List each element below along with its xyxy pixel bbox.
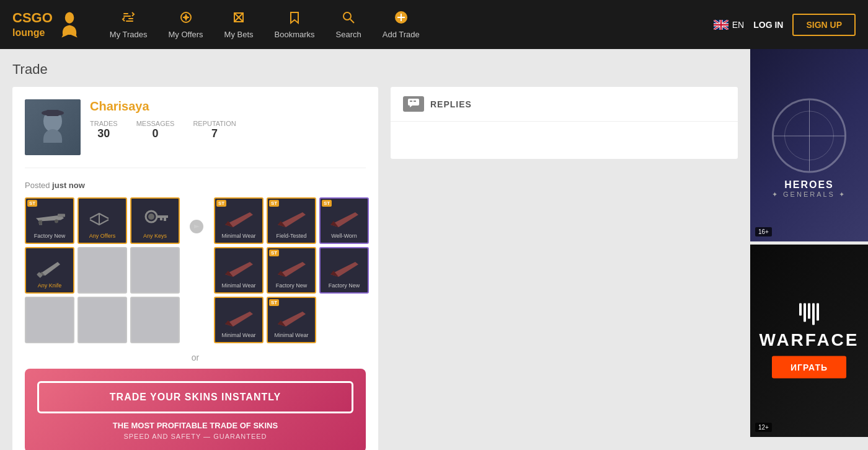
ad-heroes-generals[interactable]: HEROES ✦ GENERALS ✦ 16+ <box>750 49 868 241</box>
wanting-item-3[interactable]: ST Well-Worn <box>319 197 369 244</box>
knife-icon-w5 <box>275 257 309 279</box>
warface-ad-content: WARFACE ИГРАТЬ <box>750 304 868 379</box>
knife-icon-w2 <box>275 207 309 229</box>
st-badge-w2: ST <box>269 200 279 207</box>
wanting-item-8-label: Minimal Wear <box>273 331 310 340</box>
signup-button[interactable]: SIGN UP <box>792 14 856 36</box>
wanting-item-2-label: Field-Tested <box>275 232 308 241</box>
language-label: EN <box>732 20 744 30</box>
giving-row-1: ST <box>25 197 180 244</box>
wanting-item-7[interactable]: Minimal Wear <box>214 297 264 343</box>
nav-my-offers[interactable]: My Offers <box>161 6 210 44</box>
trades-icon <box>122 11 135 27</box>
knife-img-w2 <box>273 205 310 230</box>
nav-items: My Trades My Offers My Bets <box>102 6 714 44</box>
trade-instantly-box: TRADE YOUR SKINS INSTANTLY THE MOST PROF… <box>25 369 366 450</box>
ad-warface[interactable]: WARFACE ИГРАТЬ 12+ <box>750 245 868 437</box>
wanting-item-8[interactable]: ST Minimal Wear <box>267 297 316 343</box>
nav-my-bets-label: My Bets <box>224 30 254 39</box>
wanting-items: ST Minimal Wear <box>214 197 369 343</box>
nav-my-bets[interactable]: My Bets <box>217 6 261 44</box>
nav-my-trades[interactable]: My Trades <box>102 6 155 44</box>
user-avatar[interactable] <box>25 99 81 155</box>
wanting-item-2[interactable]: ST Field-Tested <box>267 197 316 244</box>
trade-card: Charisaya TRADES 30 MESSAGES 0 <box>12 87 378 450</box>
logo[interactable]: CSGO lounge <box>12 9 84 40</box>
wanting-row-2: Minimal Wear ST <box>214 247 369 294</box>
giving-item-any-keys[interactable]: Any Keys <box>130 197 180 244</box>
knife-icon-w1 <box>222 207 256 229</box>
giving-item-any-offers[interactable]: Any Offers <box>78 197 127 244</box>
logo-text: CSGO lounge <box>12 11 53 38</box>
nav-bookmarks[interactable]: Bookmarks <box>267 6 322 44</box>
giving-row-3 <box>25 297 180 343</box>
bets-icon <box>232 11 246 27</box>
svg-rect-1 <box>123 13 128 14</box>
wanting-item-3-label: Well-Worn <box>330 232 358 241</box>
replies-chat-icon <box>403 96 424 112</box>
wanting-item-6-label: Factory New <box>327 281 361 290</box>
st-badge-w5: ST <box>269 250 279 256</box>
page-title: Trade <box>12 61 738 78</box>
trade-instantly-button[interactable]: TRADE YOUR SKINS INSTANTLY <box>37 381 353 413</box>
replies-section: REPLIES <box>391 87 738 159</box>
wanting-item-6[interactable]: Factory New <box>319 247 369 294</box>
nav-search[interactable]: Search <box>329 6 369 44</box>
scope-visual <box>772 99 846 173</box>
knife-icon-w7 <box>222 307 256 328</box>
svg-rect-13 <box>397 17 405 18</box>
giving-item-gun[interactable]: ST <box>25 197 74 244</box>
wanting-item-1[interactable]: ST Minimal Wear <box>214 197 264 244</box>
user-info: Charisaya TRADES 30 MESSAGES 0 <box>90 99 366 140</box>
giving-item-1-label: Factory New <box>33 232 67 241</box>
giving-empty-4 <box>78 297 127 343</box>
nav-my-trades-label: My Trades <box>110 30 148 39</box>
nav-my-offers-label: My Offers <box>168 30 203 39</box>
wanting-item-5[interactable]: ST Factory New <box>267 247 316 294</box>
wanting-item-7-label: Minimal Wear <box>221 331 257 340</box>
giving-item-2-label: Any Offers <box>88 232 117 241</box>
user-section: Charisaya TRADES 30 MESSAGES 0 <box>25 99 366 168</box>
wanting-item-4[interactable]: Minimal Wear <box>214 247 264 294</box>
knife-icon-w4 <box>222 257 256 279</box>
bar-3 <box>808 304 810 319</box>
left-col: Charisaya TRADES 30 MESSAGES 0 <box>12 87 378 450</box>
svg-rect-21 <box>58 214 65 217</box>
navbar: CSGO lounge My Trades <box>0 0 868 49</box>
nav-add-trade[interactable]: Add Trade <box>375 6 427 44</box>
bar-2 <box>804 304 806 322</box>
reputation-stat: REPUTATION 7 <box>193 120 236 140</box>
svg-rect-3 <box>128 18 133 19</box>
language-selector[interactable]: EN <box>714 20 744 30</box>
giving-empty-3 <box>25 297 74 343</box>
giving-item-4-label: Any Knife <box>37 281 63 290</box>
knife-img-w6 <box>326 255 363 280</box>
offers-icon <box>179 11 193 27</box>
svg-rect-29 <box>160 218 162 220</box>
bar-4 <box>812 304 815 325</box>
svg-point-26 <box>148 214 154 220</box>
nav-search-label: Search <box>336 30 361 39</box>
giving-empty-1 <box>78 247 127 294</box>
knife-icon-w6 <box>327 257 361 279</box>
page-wrapper: Trade <box>0 49 868 450</box>
giving-item-any-knife[interactable]: Any Knife <box>25 247 74 294</box>
or-divider: or <box>25 353 366 362</box>
knife-img-w3 <box>326 205 363 230</box>
wanting-row-1: ST Minimal Wear <box>214 197 369 244</box>
warface-play-button[interactable]: ИГРАТЬ <box>772 356 846 379</box>
svg-rect-28 <box>164 218 166 221</box>
bar-1 <box>799 304 802 316</box>
svg-line-10 <box>350 19 354 23</box>
svg-point-22 <box>38 220 42 224</box>
reputation-value: 7 <box>211 127 218 140</box>
trade-section: ST <box>25 197 366 343</box>
scope-crosshair-v <box>809 101 810 171</box>
replies-header: REPLIES <box>391 87 738 122</box>
username[interactable]: Charisaya <box>90 99 366 114</box>
posted-info: Posted just now <box>25 181 366 190</box>
st-badge: ST <box>27 200 37 207</box>
posted-time: just now <box>52 181 85 190</box>
login-button[interactable]: LOG IN <box>753 20 783 30</box>
svg-point-23 <box>55 219 58 223</box>
